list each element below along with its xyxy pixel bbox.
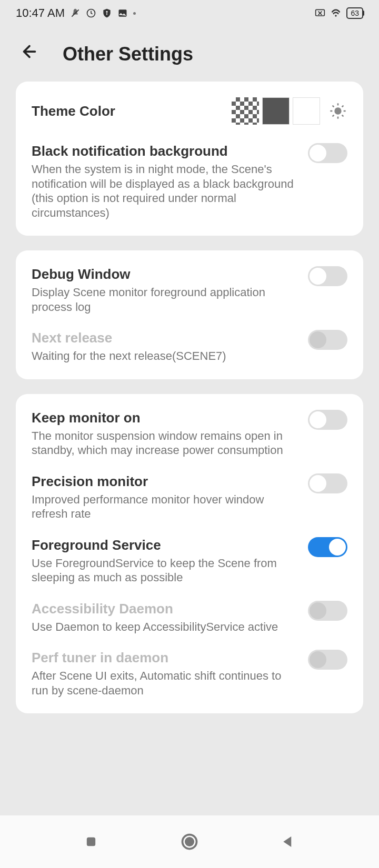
accessibility-daemon-title: Accessibility Daemon (32, 601, 297, 617)
keep-monitor-desc: The monitor suspension window remains op… (32, 429, 297, 458)
svg-line-9 (333, 106, 334, 107)
perf-tuner-desc: After Scene UI exits, Automatic shift co… (32, 669, 297, 698)
header: Other Settings (0, 26, 379, 82)
shield-icon (102, 8, 112, 18)
svg-line-13 (333, 115, 334, 117)
svg-rect-15 (87, 837, 95, 846)
black-notif-title: Black notification background (32, 143, 297, 159)
keep-monitor-title: Keep monitor on (32, 410, 297, 426)
cast-icon (315, 8, 325, 18)
image-icon (117, 8, 128, 18)
home-button[interactable] (179, 831, 200, 852)
accessibility-daemon-desc: Use Daemon to keep AccessibilityService … (32, 620, 297, 634)
theme-color-label: Theme Color (32, 103, 115, 119)
svg-rect-3 (106, 13, 107, 15)
theme-auto-swatch[interactable] (232, 97, 259, 125)
foreground-service-toggle[interactable] (308, 537, 347, 557)
next-release-desc: Waiting for the next release(SCENE7) (32, 349, 297, 364)
foreground-service-desc: Use ForegroundService to keep the Scene … (32, 556, 297, 585)
next-release-toggle (308, 330, 347, 350)
status-bar: 10:47 AM 63 (0, 0, 379, 26)
svg-line-10 (342, 115, 344, 117)
accessibility-daemon-toggle (308, 601, 347, 621)
debug-window-desc: Display Scene monitor foreground applica… (32, 285, 297, 314)
debug-card: Debug Window Display Scene monitor foreg… (16, 250, 363, 379)
precision-monitor-toggle[interactable] (308, 473, 347, 493)
monitor-card: Keep monitor on The monitor suspension w… (16, 394, 363, 714)
theme-dark-swatch[interactable] (262, 97, 290, 125)
status-time: 10:47 AM (16, 6, 65, 20)
next-release-title: Next release (32, 330, 297, 346)
back-button[interactable] (20, 42, 39, 66)
svg-line-14 (342, 106, 344, 107)
black-notif-toggle[interactable] (308, 143, 347, 163)
svg-point-6 (334, 107, 341, 114)
svg-point-2 (106, 11, 107, 13)
battery-indicator: 63 (346, 7, 363, 19)
navigation-bar (0, 815, 379, 868)
clock-icon (86, 8, 96, 18)
keep-monitor-toggle[interactable] (308, 410, 347, 430)
recents-button[interactable] (81, 831, 102, 852)
svg-point-17 (185, 837, 194, 846)
precision-monitor-title: Precision monitor (32, 473, 297, 490)
page-title: Other Settings (63, 43, 193, 65)
wifi-icon (331, 8, 341, 18)
perf-tuner-title: Perf tuner in daemon (32, 650, 297, 666)
black-notif-desc: When the system is in night mode, the Sc… (32, 162, 297, 220)
back-nav-button[interactable] (277, 831, 298, 852)
foreground-service-title: Foreground Service (32, 537, 297, 553)
debug-window-title: Debug Window (32, 266, 297, 282)
brightness-icon[interactable] (328, 102, 347, 120)
debug-window-toggle[interactable] (308, 266, 347, 286)
theme-card: Theme Color Black notification backgroun… (16, 82, 363, 236)
more-dot-icon (133, 12, 136, 15)
theme-light-swatch[interactable] (293, 97, 320, 125)
perf-tuner-toggle (308, 650, 347, 670)
mute-icon (70, 8, 81, 18)
precision-monitor-desc: Improved performance monitor hover windo… (32, 492, 297, 521)
